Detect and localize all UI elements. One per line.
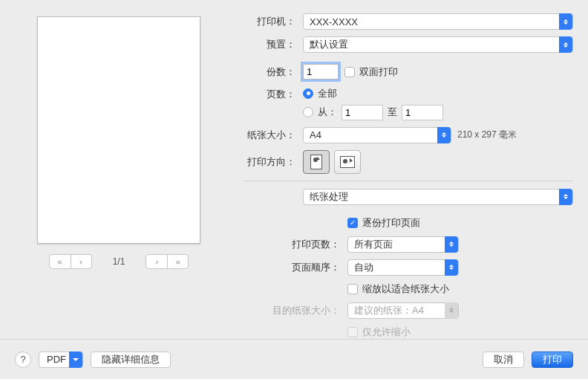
page-from-input[interactable] [342, 105, 383, 120]
pages-group: 全部 从： 至 [303, 86, 443, 120]
page-counter: 1/1 [113, 256, 125, 267]
cancel-button[interactable]: 取消 [483, 352, 524, 368]
dialog-footer: ? PDF 隐藏详细信息 取消 打印 [0, 339, 588, 379]
pages-to-print-label: 打印页数： [244, 238, 340, 251]
next-page-button[interactable]: › [146, 255, 167, 268]
help-button[interactable]: ? [15, 352, 31, 368]
radio-icon [303, 88, 313, 99]
pages-from-label: 从： [318, 106, 337, 119]
last-page-button[interactable]: » [167, 255, 188, 268]
form-column: 打印机： XXX-XXXX 预置： 默认设置 份数： 双面 [244, 13, 573, 346]
presets-label: 预置： [244, 38, 295, 51]
pdf-menu[interactable]: PDF [39, 352, 83, 368]
paper-size-select[interactable]: A4 [303, 127, 451, 143]
pages-range-radio[interactable]: 从： [303, 106, 337, 119]
dropdown-arrows-icon [559, 189, 572, 205]
orientation-landscape-button[interactable] [334, 150, 361, 174]
orientation-portrait-icon [310, 155, 322, 169]
prev-page-button[interactable]: ‹ [71, 255, 91, 268]
duplex-checkbox[interactable]: 双面打印 [344, 65, 398, 79]
page-to-input[interactable] [402, 105, 443, 120]
pages-all-label: 全部 [318, 87, 337, 100]
section-value: 纸张处理 [310, 190, 348, 204]
collate-label: 逐份打印页面 [362, 216, 420, 230]
dropdown-arrows-icon [559, 36, 572, 53]
paper-size-value: A4 [310, 129, 321, 140]
scale-to-fit-checkbox[interactable]: 缩放以适合纸张大小 [347, 282, 449, 296]
dest-paper-size-select: 建议的纸张：A4 [347, 302, 459, 319]
hide-details-label: 隐藏详细信息 [102, 353, 160, 366]
checkbox-icon: ✓ [347, 218, 358, 228]
collate-checkbox[interactable]: ✓ 逐份打印页面 [347, 216, 420, 230]
checkbox-icon [347, 284, 358, 294]
dropdown-arrows-icon [445, 302, 458, 319]
pages-all-radio[interactable]: 全部 [303, 87, 337, 100]
pages-to-print-value: 所有页面 [354, 238, 393, 251]
pages-range-row: 从： 至 [303, 105, 443, 120]
orientation-label: 打印方向： [244, 155, 295, 169]
orientation-portrait-button[interactable] [303, 150, 330, 174]
cancel-label: 取消 [494, 353, 513, 366]
pages-to-print-select[interactable]: 所有页面 [347, 236, 459, 253]
page-order-select[interactable]: 自动 [347, 259, 459, 276]
printer-value: XXX-XXXX [310, 16, 358, 27]
pages-to-label: 至 [388, 106, 397, 119]
help-icon: ? [20, 354, 25, 365]
section-select[interactable]: 纸张处理 [303, 189, 573, 205]
dropdown-arrows-icon [445, 259, 458, 276]
page-order-label: 页面顺序： [244, 261, 340, 274]
dropdown-arrows-icon [445, 236, 458, 253]
pages-label: 页数： [244, 86, 295, 101]
paper-size-note: 210 x 297 毫米 [457, 129, 517, 141]
scale-to-fit-label: 缩放以适合纸张大小 [362, 282, 449, 296]
pdf-label: PDF [47, 354, 66, 365]
copies-label: 份数： [244, 65, 295, 79]
print-button[interactable]: 打印 [532, 352, 573, 368]
presets-select[interactable]: 默认设置 [303, 36, 573, 53]
copies-input[interactable] [303, 64, 339, 80]
dropdown-arrow-icon [69, 352, 82, 368]
duplex-label: 双面打印 [359, 65, 398, 79]
page-preview [37, 16, 200, 244]
printer-label: 打印机： [244, 15, 295, 28]
print-label: 打印 [543, 353, 562, 366]
preview-column: « ‹ 1/1 › » [15, 13, 223, 346]
dropdown-arrows-icon [559, 13, 572, 30]
preview-nav: « ‹ 1/1 › » [49, 254, 189, 269]
dest-paper-size-label: 目的纸张大小： [244, 304, 340, 317]
first-page-button[interactable]: « [50, 255, 71, 268]
print-dialog: « ‹ 1/1 › » 打印机： XXX-XXXX 预置： [0, 0, 588, 379]
checkbox-icon [347, 327, 358, 337]
scale-down-only-label: 仅允许缩小 [362, 325, 411, 339]
presets-value: 默认设置 [310, 38, 348, 51]
dialog-content: « ‹ 1/1 › » 打印机： XXX-XXXX 预置： [0, 0, 588, 346]
hide-details-button[interactable]: 隐藏详细信息 [91, 352, 171, 368]
orientation-landscape-icon [340, 156, 355, 168]
radio-icon [303, 107, 313, 117]
section-divider [244, 181, 573, 181]
dropdown-arrows-icon [437, 127, 451, 143]
checkbox-icon [344, 67, 355, 77]
scale-down-only-checkbox: 仅允许缩小 [347, 325, 411, 339]
paper-size-label: 纸张大小： [244, 129, 295, 142]
nav-back-seg: « ‹ [49, 254, 92, 269]
dest-paper-size-value: 建议的纸张：A4 [354, 304, 424, 317]
nav-fwd-seg: › » [146, 254, 189, 269]
printer-select[interactable]: XXX-XXXX [303, 13, 573, 30]
page-order-value: 自动 [354, 261, 373, 274]
